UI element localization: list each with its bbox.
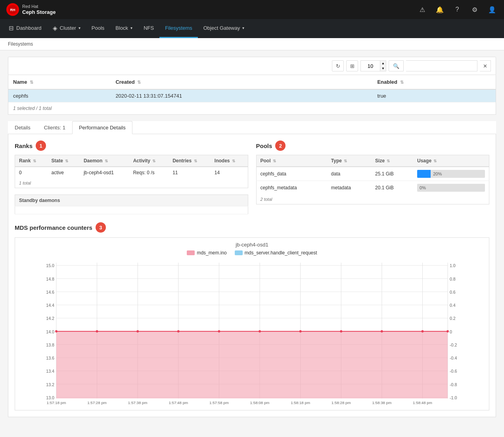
pools-footer: 2 total [256, 194, 489, 204]
table-row[interactable]: cephfs 2020-02-11 13:31:07.154741 true [8, 89, 496, 102]
content-area: ↻ ⊞ ▲ ▼ 🔍 ✕ Name ⇅ [0, 50, 504, 424]
page-size-up[interactable]: ▲ [380, 61, 386, 66]
usage-bar-label: 20% [431, 171, 444, 176]
tab-performance-details[interactable]: Performance Details [72, 121, 132, 134]
standby-table: Standby daemons [15, 194, 248, 214]
svg-text:-0.6: -0.6 [450, 369, 457, 373]
sidebar-item-nfs[interactable]: NFS [138, 19, 159, 38]
svg-text:15.0: 15.0 [46, 263, 54, 268]
cell-name: cephfs [8, 89, 111, 102]
page-size-input[interactable] [360, 60, 380, 71]
svg-text:1:58:08 pm: 1:58:08 pm [250, 400, 270, 405]
help-icon[interactable]: ? [452, 4, 463, 15]
enabled-sort-icon: ⇅ [400, 80, 404, 85]
pool-cell-type: data [327, 167, 371, 181]
standby-col-empty [129, 195, 248, 206]
chart-dot [218, 330, 220, 333]
pools-col-pool[interactable]: Pool ⇅ [256, 155, 327, 167]
pools-col-type[interactable]: Type ⇅ [327, 155, 371, 167]
ranks-cell-rank: 0 [15, 167, 48, 178]
sidebar-item-filesystems[interactable]: Filesystems [159, 19, 198, 38]
svg-text:0.2: 0.2 [450, 316, 456, 321]
svg-text:14.6: 14.6 [46, 290, 54, 295]
page-size-down[interactable]: ▼ [380, 66, 386, 71]
usage-bar-fill [417, 170, 431, 178]
legend-color-request [235, 250, 243, 255]
tab-details[interactable]: Details [8, 121, 37, 134]
pool-cell-usage: 20% [413, 167, 489, 181]
nav-label-block: Block [115, 25, 128, 31]
sidebar-item-pools[interactable]: Pools [86, 19, 110, 38]
ranks-col-state[interactable]: State ⇅ [48, 155, 80, 167]
alert-icon[interactable]: ⚠ [417, 4, 428, 15]
chart-dot [381, 330, 383, 333]
type-sort: ⇅ [344, 159, 347, 163]
grid-view-button[interactable]: ⊞ [346, 60, 358, 71]
bell-icon[interactable]: 🔔 [434, 4, 445, 15]
ranks-footer: 1 total [15, 178, 248, 188]
ranks-col-inodes[interactable]: Inodes ⇅ [211, 155, 248, 167]
svg-text:1:57:28 pm: 1:57:28 pm [87, 400, 107, 405]
col-header-created[interactable]: Created ⇅ [111, 75, 372, 89]
svg-text:0.8: 0.8 [450, 277, 456, 281]
ranks-cell-inodes: 14 [211, 167, 248, 178]
svg-text:13.6: 13.6 [46, 356, 54, 360]
dashboard-icon: ⊟ [9, 25, 14, 32]
chart-dot [299, 330, 302, 333]
chart-dot [340, 330, 342, 333]
pool-cell-name: cephfs_data [256, 167, 327, 181]
size-sort: ⇅ [387, 159, 390, 163]
chart-dot [136, 330, 139, 333]
ranks-table: Rank ⇅ State ⇅ Daemon ⇅ Activity ⇅ Dentr… [15, 155, 248, 188]
tab-clients[interactable]: Clients: 1 [37, 121, 72, 134]
pools-col-size[interactable]: Size ⇅ [371, 155, 413, 167]
svg-text:13.4: 13.4 [46, 369, 54, 373]
pool-cell-size: 25.1 GiB [371, 167, 413, 181]
logo: RH [6, 3, 19, 16]
chart-dot [177, 330, 180, 333]
ranks-col-rank[interactable]: Rank ⇅ [15, 155, 48, 167]
sidebar-item-block[interactable]: Block ▾ [110, 19, 138, 38]
settings-icon[interactable]: ⚙ [469, 4, 480, 15]
svg-text:-0.4: -0.4 [450, 356, 457, 360]
nav-label-dashboard: Dashboard [16, 25, 42, 31]
inodes-sort: ⇅ [232, 159, 235, 163]
legend-item-mem: mds_mem.ino [187, 250, 226, 256]
activity-sort: ⇅ [152, 159, 155, 163]
refresh-icon: ↻ [336, 63, 340, 69]
sidebar-item-cluster[interactable]: ◈ Cluster ▾ [47, 19, 86, 38]
ranks-title: Ranks [15, 142, 33, 149]
sidebar-item-dashboard[interactable]: ⊟ Dashboard [3, 19, 47, 38]
search-input[interactable] [406, 60, 477, 71]
standby-title: Standby daemons [19, 198, 60, 203]
col-header-name[interactable]: Name ⇅ [8, 75, 111, 89]
pools-heading: Pools 2 [256, 141, 490, 151]
cell-created: 2020-02-11 13:31:07.154741 [111, 89, 372, 102]
clear-search-button[interactable]: ✕ [480, 60, 491, 71]
col-header-enabled[interactable]: Enabled ⇅ [372, 75, 496, 89]
pools-col-usage[interactable]: Usage ⇅ [413, 155, 489, 167]
svg-text:1:58:48 pm: 1:58:48 pm [413, 400, 432, 405]
mds-heading: MDS performance counters 3 [15, 222, 489, 233]
refresh-button[interactable]: ↻ [332, 60, 344, 71]
pool-cell-name: cephfs_metadata [256, 181, 327, 195]
search-button[interactable]: 🔍 [389, 60, 404, 71]
usage-bar: 0% [417, 184, 485, 192]
page-size-spinners: ▲ ▼ [380, 60, 386, 71]
daemon-sort: ⇅ [105, 159, 108, 163]
svg-text:1:57:48 pm: 1:57:48 pm [169, 400, 188, 405]
ranks-col-dentries[interactable]: Dentries ⇅ [169, 155, 211, 167]
sidebar-item-object-gateway[interactable]: Object Gateway ▾ [198, 19, 250, 38]
user-icon[interactable]: 👤 [487, 4, 498, 15]
rank-sort: ⇅ [33, 159, 36, 163]
grid-icon: ⊞ [350, 63, 355, 69]
ranks-col-activity[interactable]: Activity ⇅ [129, 155, 169, 167]
usage-bar: 20% [417, 170, 485, 178]
ranks-heading: Ranks 1 [15, 141, 248, 151]
svg-text:0.6: 0.6 [450, 290, 456, 295]
state-sort: ⇅ [65, 159, 68, 163]
ranks-col-daemon[interactable]: Daemon ⇅ [80, 155, 129, 167]
svg-text:14.4: 14.4 [46, 303, 54, 308]
svg-text:RH: RH [10, 8, 15, 12]
brand-text: Red Hat Ceph Storage [22, 4, 56, 15]
